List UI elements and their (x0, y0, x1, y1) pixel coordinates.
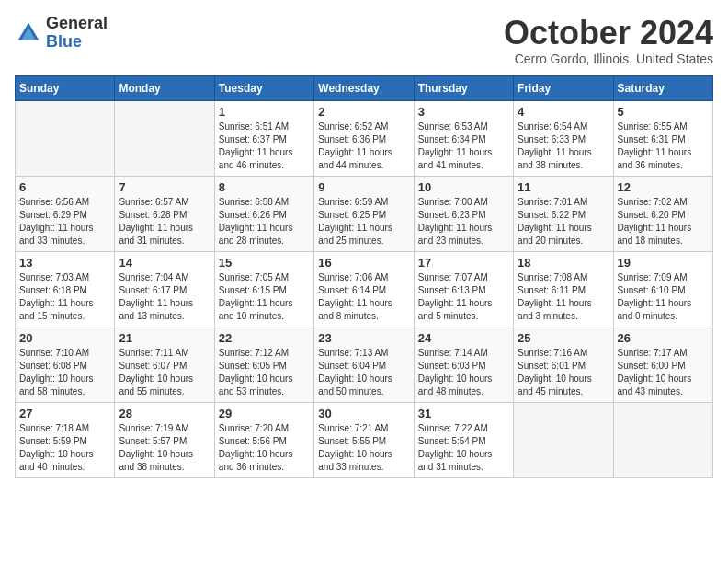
day-info: Sunrise: 7:20 AMSunset: 5:56 PMDaylight:… (219, 422, 310, 474)
calendar-cell: 20Sunrise: 7:10 AMSunset: 6:08 PMDayligh… (16, 327, 115, 402)
calendar-cell (16, 100, 115, 176)
day-info: Sunrise: 6:58 AMSunset: 6:26 PMDaylight:… (219, 196, 310, 247)
day-number: 22 (219, 331, 310, 345)
day-info: Sunrise: 7:16 AMSunset: 6:01 PMDaylight:… (518, 347, 609, 398)
calendar-table: SundayMondayTuesdayWednesdayThursdayFrid… (15, 75, 713, 478)
calendar-cell (514, 402, 613, 477)
calendar-cell: 16Sunrise: 7:06 AMSunset: 6:14 PMDayligh… (314, 251, 414, 327)
day-info: Sunrise: 7:14 AMSunset: 6:03 PMDaylight:… (418, 347, 509, 398)
location-subtitle: Cerro Gordo, Illinois, United States (504, 52, 713, 66)
calendar-week-row: 1Sunrise: 6:51 AMSunset: 6:37 PMDaylight… (16, 100, 713, 176)
day-number: 2 (318, 105, 409, 119)
day-info: Sunrise: 7:03 AMSunset: 6:18 PMDaylight:… (19, 271, 110, 323)
day-number: 29 (219, 407, 310, 420)
day-info: Sunrise: 6:56 AMSunset: 6:29 PMDaylight:… (19, 196, 110, 247)
day-number: 14 (119, 256, 210, 270)
calendar-cell: 10Sunrise: 7:00 AMSunset: 6:23 PMDayligh… (414, 176, 513, 251)
calendar-cell (613, 402, 712, 477)
day-number: 5 (618, 105, 709, 119)
day-info: Sunrise: 7:19 AMSunset: 5:57 PMDaylight:… (119, 422, 210, 474)
calendar-cell: 14Sunrise: 7:04 AMSunset: 6:17 PMDayligh… (115, 251, 214, 327)
day-info: Sunrise: 7:13 AMSunset: 6:04 PMDaylight:… (318, 347, 409, 398)
day-number: 4 (518, 105, 609, 119)
day-info: Sunrise: 7:08 AMSunset: 6:11 PMDaylight:… (518, 271, 609, 323)
day-number: 10 (418, 180, 509, 194)
day-info: Sunrise: 7:04 AMSunset: 6:17 PMDaylight:… (119, 271, 210, 323)
day-number: 26 (618, 331, 709, 345)
calendar-cell: 1Sunrise: 6:51 AMSunset: 6:37 PMDaylight… (214, 100, 313, 176)
calendar-week-row: 13Sunrise: 7:03 AMSunset: 6:18 PMDayligh… (16, 251, 713, 327)
calendar-cell: 17Sunrise: 7:07 AMSunset: 6:13 PMDayligh… (414, 251, 513, 327)
calendar-cell: 28Sunrise: 7:19 AMSunset: 5:57 PMDayligh… (115, 402, 214, 477)
weekday-header-saturday: Saturday (613, 75, 712, 100)
weekday-header-wednesday: Wednesday (314, 75, 414, 100)
day-number: 6 (19, 180, 110, 194)
day-info: Sunrise: 7:01 AMSunset: 6:22 PMDaylight:… (518, 196, 609, 247)
day-number: 1 (219, 105, 310, 119)
day-info: Sunrise: 6:54 AMSunset: 6:33 PMDaylight:… (518, 121, 609, 172)
weekday-header-sunday: Sunday (16, 75, 115, 100)
day-info: Sunrise: 6:57 AMSunset: 6:28 PMDaylight:… (119, 196, 210, 247)
day-info: Sunrise: 7:10 AMSunset: 6:08 PMDaylight:… (19, 347, 110, 398)
day-number: 25 (518, 331, 609, 345)
calendar-cell: 30Sunrise: 7:21 AMSunset: 5:55 PMDayligh… (314, 402, 414, 477)
logo-blue: Blue (46, 33, 108, 52)
calendar-cell: 27Sunrise: 7:18 AMSunset: 5:59 PMDayligh… (16, 402, 115, 477)
logo-icon (15, 19, 42, 47)
calendar-cell: 2Sunrise: 6:52 AMSunset: 6:36 PMDaylight… (314, 100, 414, 176)
day-number: 3 (418, 105, 509, 119)
day-info: Sunrise: 7:12 AMSunset: 6:05 PMDaylight:… (219, 347, 310, 398)
day-number: 30 (318, 407, 409, 420)
day-number: 18 (518, 256, 609, 270)
day-info: Sunrise: 7:11 AMSunset: 6:07 PMDaylight:… (119, 347, 210, 398)
day-info: Sunrise: 6:52 AMSunset: 6:36 PMDaylight:… (318, 121, 409, 172)
calendar-cell: 11Sunrise: 7:01 AMSunset: 6:22 PMDayligh… (514, 176, 613, 251)
day-info: Sunrise: 7:05 AMSunset: 6:15 PMDaylight:… (219, 271, 310, 323)
calendar-cell: 7Sunrise: 6:57 AMSunset: 6:28 PMDaylight… (115, 176, 214, 251)
day-info: Sunrise: 6:51 AMSunset: 6:37 PMDaylight:… (219, 121, 310, 172)
calendar-cell: 4Sunrise: 6:54 AMSunset: 6:33 PMDaylight… (514, 100, 613, 176)
day-number: 12 (618, 180, 709, 194)
weekday-header-monday: Monday (115, 75, 214, 100)
calendar-cell: 8Sunrise: 6:58 AMSunset: 6:26 PMDaylight… (214, 176, 313, 251)
calendar-cell: 25Sunrise: 7:16 AMSunset: 6:01 PMDayligh… (514, 327, 613, 402)
day-info: Sunrise: 7:06 AMSunset: 6:14 PMDaylight:… (318, 271, 409, 323)
day-number: 23 (318, 331, 409, 345)
day-info: Sunrise: 7:18 AMSunset: 5:59 PMDaylight:… (19, 422, 110, 474)
calendar-cell: 9Sunrise: 6:59 AMSunset: 6:25 PMDaylight… (314, 176, 414, 251)
calendar-cell: 3Sunrise: 6:53 AMSunset: 6:34 PMDaylight… (414, 100, 513, 176)
day-number: 21 (119, 331, 210, 345)
logo: General Blue (15, 15, 108, 52)
month-title: October 2024 (504, 15, 713, 52)
calendar-cell: 21Sunrise: 7:11 AMSunset: 6:07 PMDayligh… (115, 327, 214, 402)
calendar-cell: 5Sunrise: 6:55 AMSunset: 6:31 PMDaylight… (613, 100, 712, 176)
day-number: 27 (19, 407, 110, 420)
day-number: 17 (418, 256, 509, 270)
weekday-header-friday: Friday (514, 75, 613, 100)
day-number: 19 (618, 256, 709, 270)
calendar-cell: 24Sunrise: 7:14 AMSunset: 6:03 PMDayligh… (414, 327, 513, 402)
calendar-cell: 19Sunrise: 7:09 AMSunset: 6:10 PMDayligh… (613, 251, 712, 327)
day-info: Sunrise: 7:02 AMSunset: 6:20 PMDaylight:… (618, 196, 709, 247)
calendar-cell: 29Sunrise: 7:20 AMSunset: 5:56 PMDayligh… (214, 402, 313, 477)
day-info: Sunrise: 7:17 AMSunset: 6:00 PMDaylight:… (618, 347, 709, 398)
title-block: October 2024 Cerro Gordo, Illinois, Unit… (504, 15, 713, 66)
day-info: Sunrise: 7:09 AMSunset: 6:10 PMDaylight:… (618, 271, 709, 323)
calendar-week-row: 6Sunrise: 6:56 AMSunset: 6:29 PMDaylight… (16, 176, 713, 251)
logo-general: General (46, 15, 108, 33)
calendar-header-row: SundayMondayTuesdayWednesdayThursdayFrid… (16, 75, 713, 100)
calendar-cell: 26Sunrise: 7:17 AMSunset: 6:00 PMDayligh… (613, 327, 712, 402)
weekday-header-tuesday: Tuesday (214, 75, 313, 100)
day-number: 13 (19, 256, 110, 270)
day-info: Sunrise: 7:21 AMSunset: 5:55 PMDaylight:… (318, 422, 409, 474)
calendar-cell: 6Sunrise: 6:56 AMSunset: 6:29 PMDaylight… (16, 176, 115, 251)
weekday-header-thursday: Thursday (414, 75, 513, 100)
day-number: 20 (19, 331, 110, 345)
day-number: 7 (119, 180, 210, 194)
day-number: 9 (318, 180, 409, 194)
day-info: Sunrise: 7:07 AMSunset: 6:13 PMDaylight:… (418, 271, 509, 323)
day-number: 11 (518, 180, 609, 194)
calendar-cell: 18Sunrise: 7:08 AMSunset: 6:11 PMDayligh… (514, 251, 613, 327)
calendar-cell (115, 100, 214, 176)
day-number: 24 (418, 331, 509, 345)
